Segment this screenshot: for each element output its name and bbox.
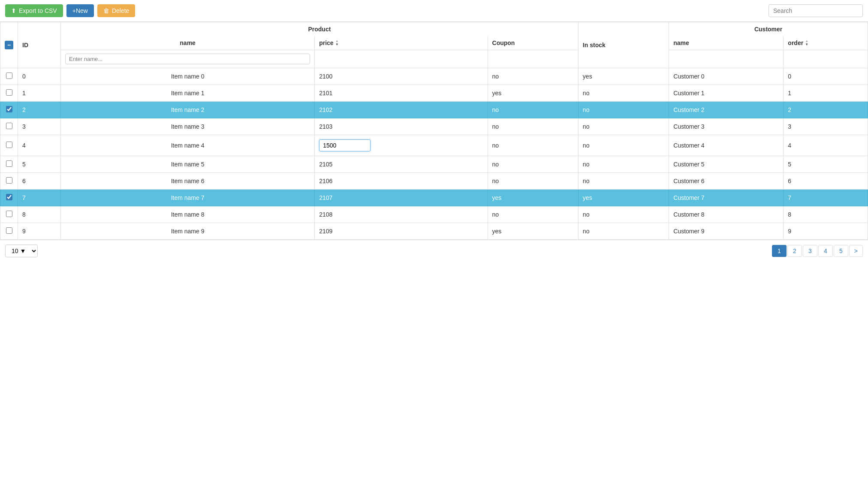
row-name: Item name 9 (61, 223, 315, 240)
row-checkbox[interactable] (6, 211, 12, 217)
row-id: 7 (18, 190, 61, 206)
th-product-group: Product (61, 22, 579, 36)
row-in-stock: no (578, 85, 669, 102)
row-order: 8 (784, 206, 868, 223)
row-customer-name: Customer 3 (669, 118, 784, 135)
th-customer-group: Customer (669, 22, 868, 36)
row-id: 6 (18, 173, 61, 190)
row-price: 2102 (315, 102, 488, 118)
table-row: 2Item name 22102nonoCustomer 22 (0, 102, 868, 118)
col-order-sort[interactable]: order ▲ ▼ (788, 39, 808, 46)
price-edit-input[interactable] (319, 139, 371, 151)
row-in-stock: no (578, 156, 669, 173)
page-4-button[interactable]: 4 (818, 245, 833, 257)
row-checkbox[interactable] (6, 160, 12, 167)
page-5-button[interactable]: 5 (834, 245, 848, 257)
row-checkbox-cell[interactable] (0, 135, 18, 156)
row-customer-name: Customer 8 (669, 206, 784, 223)
row-price: 2105 (315, 156, 488, 173)
row-order: 1 (784, 85, 868, 102)
row-checkbox[interactable] (6, 106, 12, 112)
th-order[interactable]: order ▲ ▼ (784, 36, 868, 50)
row-checkbox-cell[interactable] (0, 85, 18, 102)
row-id: 0 (18, 68, 61, 85)
th-select-all[interactable] (0, 22, 18, 68)
page-1-button[interactable]: 1 (772, 245, 787, 257)
page-next-button[interactable]: > (849, 245, 863, 257)
table-row: 5Item name 52105nonoCustomer 55 (0, 156, 868, 173)
col-coupon-label: Coupon (492, 39, 515, 46)
row-id: 9 (18, 223, 61, 240)
per-page-select[interactable]: 10 ▼ 25 50 100 (5, 244, 38, 257)
th-order-filter (784, 50, 868, 68)
th-name[interactable]: name (61, 36, 315, 50)
row-name: Item name 1 (61, 85, 315, 102)
delete-label: Delete (112, 7, 129, 14)
table-row: 7Item name 72107yesyesCustomer 77 (0, 190, 868, 206)
row-customer-name: Customer 2 (669, 102, 784, 118)
row-coupon: no (488, 68, 578, 85)
th-coupon: Coupon (488, 36, 578, 50)
page-3-button[interactable]: 3 (803, 245, 817, 257)
order-sort-arrows: ▲ ▼ (805, 39, 808, 46)
row-customer-name: Customer 7 (669, 190, 784, 206)
row-coupon: no (488, 156, 578, 173)
row-id: 5 (18, 156, 61, 173)
select-all-minus-icon[interactable] (5, 41, 13, 49)
row-price[interactable] (315, 135, 488, 156)
row-checkbox-cell[interactable] (0, 68, 18, 85)
row-id: 3 (18, 118, 61, 135)
row-checkbox-cell[interactable] (0, 223, 18, 240)
row-checkbox[interactable] (6, 177, 12, 184)
price-sort-down: ▼ (335, 43, 339, 46)
row-checkbox[interactable] (6, 227, 12, 234)
pagination: 1 2 3 4 5 > (772, 245, 863, 257)
row-customer-name: Customer 4 (669, 135, 784, 156)
row-checkbox-cell[interactable] (0, 206, 18, 223)
row-checkbox-cell[interactable] (0, 173, 18, 190)
row-price: 2106 (315, 173, 488, 190)
row-name: Item name 3 (61, 118, 315, 135)
th-cust-name-filter (669, 50, 784, 68)
th-cust-name: name (669, 36, 784, 50)
price-sort-arrows: ▲ ▼ (335, 39, 339, 46)
delete-button[interactable]: 🗑 Delete (97, 4, 135, 17)
row-in-stock: yes (578, 190, 669, 206)
th-in-stock: In stock (578, 22, 669, 68)
row-customer-name: Customer 5 (669, 156, 784, 173)
row-checkbox[interactable] (6, 194, 12, 200)
col-id-label: ID (22, 42, 28, 48)
name-filter-input[interactable] (65, 54, 310, 64)
row-coupon: no (488, 135, 578, 156)
row-checkbox[interactable] (6, 142, 12, 148)
row-checkbox[interactable] (6, 89, 12, 96)
search-input[interactable] (769, 4, 863, 17)
row-order: 7 (784, 190, 868, 206)
col-price-sort[interactable]: price ▲ ▼ (319, 39, 338, 46)
row-checkbox-cell[interactable] (0, 102, 18, 118)
th-name-filter[interactable] (61, 50, 315, 68)
row-order: 0 (784, 68, 868, 85)
row-id: 2 (18, 102, 61, 118)
row-order: 4 (784, 135, 868, 156)
row-checkbox[interactable] (6, 123, 12, 129)
page-2-button[interactable]: 2 (787, 245, 802, 257)
row-checkbox-cell[interactable] (0, 156, 18, 173)
row-price: 2107 (315, 190, 488, 206)
row-checkbox-cell[interactable] (0, 190, 18, 206)
row-order: 9 (784, 223, 868, 240)
product-group-label: Product (308, 26, 331, 33)
row-price: 2108 (315, 206, 488, 223)
row-coupon: no (488, 118, 578, 135)
row-name: Item name 5 (61, 156, 315, 173)
col-name-label: name (180, 39, 196, 46)
order-sort-down: ▼ (805, 43, 808, 46)
new-button[interactable]: +New (66, 4, 94, 17)
th-coupon-filter (488, 50, 578, 68)
row-id: 1 (18, 85, 61, 102)
export-csv-button[interactable]: ⬆ Export to CSV (5, 4, 63, 17)
row-name: Item name 8 (61, 206, 315, 223)
th-price[interactable]: price ▲ ▼ (315, 36, 488, 50)
row-checkbox[interactable] (6, 72, 12, 79)
row-checkbox-cell[interactable] (0, 118, 18, 135)
